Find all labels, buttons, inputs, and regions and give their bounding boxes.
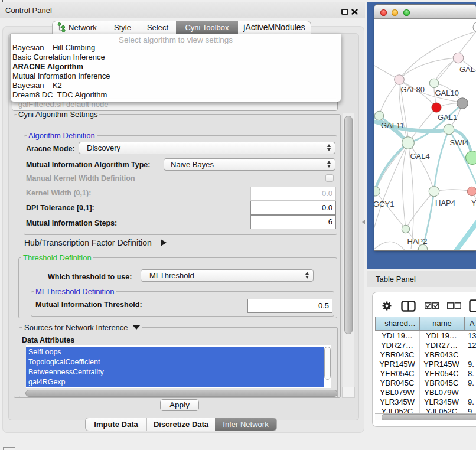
svg-text:GAL80: GAL80 — [401, 85, 425, 94]
svg-text:GAL1: GAL1 — [438, 113, 457, 122]
svg-text:YDR: YDR — [471, 198, 476, 207]
svg-text:HAP4: HAP4 — [435, 198, 455, 207]
svg-text:SWI4: SWI4 — [450, 138, 469, 147]
svg-text:HAP2: HAP2 — [407, 237, 428, 246]
svg-text:GAL11: GAL11 — [381, 121, 405, 130]
svg-text:GCY1: GCY1 — [374, 200, 394, 208]
svg-text:GAL10: GAL10 — [435, 89, 459, 97]
svg-text:GAL7: GAL7 — [459, 65, 476, 74]
svg-text:GAL4: GAL4 — [410, 152, 430, 161]
